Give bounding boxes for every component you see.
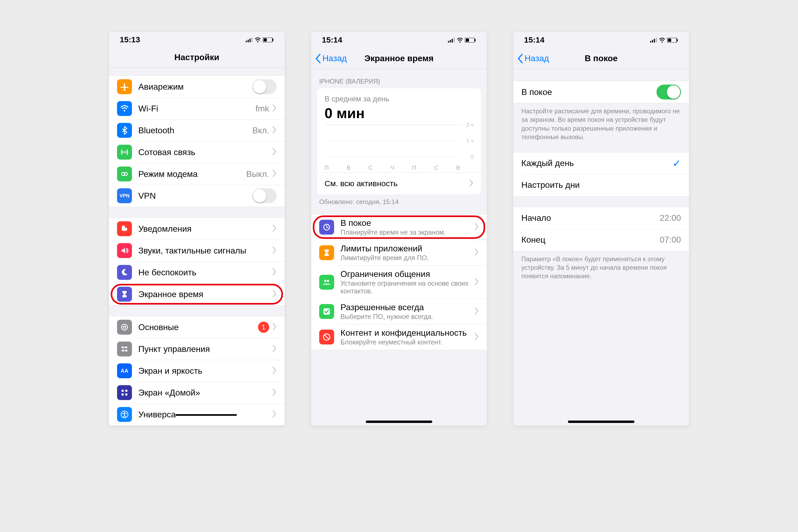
status-time: 15:13: [120, 35, 140, 44]
airplane-toggle[interactable]: [252, 79, 277, 94]
row-wifi[interactable]: Wi-Fi fmk: [109, 98, 285, 119]
row-vpn[interactable]: VPN VPN: [109, 185, 285, 207]
row-display[interactable]: AA Экран и яркость: [109, 360, 285, 382]
row-label: Экранное время: [138, 289, 272, 299]
row-label: Экран и яркость: [138, 366, 272, 376]
phone-screentime: 15:14 Назад Экранное время IPHONE (ВАЛЕР…: [311, 32, 487, 425]
avg-value: 0 мин: [324, 105, 474, 121]
page-title: Экранное время: [364, 54, 434, 63]
moon-icon: [117, 265, 132, 280]
row-content-privacy[interactable]: Контент и конфиденциальностьБлокируйте н…: [311, 324, 487, 350]
row-label: Универса: [138, 410, 272, 419]
see-all-activity[interactable]: См. всю активность: [317, 172, 481, 194]
row-label: Уведомления: [138, 224, 272, 234]
status-time: 15:14: [322, 35, 342, 44]
vpn-toggle[interactable]: [252, 188, 277, 203]
svg-point-8: [124, 110, 125, 111]
chevron-right-icon: [272, 148, 277, 156]
gear-icon: [117, 320, 132, 335]
navbar: Назад В покое: [513, 48, 689, 69]
status-bar: 15:13: [109, 32, 285, 47]
usage-card: В среднем за день 0 мин 2 ч 1 ч 0 ПВСЧПС…: [317, 88, 481, 194]
phone-downtime: 15:14 Назад В покое В покое Настройте ра…: [513, 32, 689, 425]
svg-point-18: [125, 349, 128, 352]
chevron-right-icon: [272, 367, 277, 375]
chevron-right-icon: [272, 290, 277, 298]
svg-point-28: [324, 280, 326, 282]
signal-icon: [246, 35, 253, 44]
row-label: Bluetooth: [138, 126, 252, 135]
svg-point-16: [121, 346, 124, 348]
control-center-icon: [117, 342, 132, 357]
svg-rect-21: [121, 390, 124, 392]
downtime-icon: [319, 220, 334, 234]
hotspot-icon: [117, 167, 132, 182]
row-bluetooth[interactable]: Bluetooth Вкл.: [109, 119, 285, 141]
wifi-icon: [457, 35, 463, 44]
chevron-right-icon: [272, 388, 277, 397]
back-button[interactable]: Назад: [315, 54, 347, 63]
svg-point-9: [124, 151, 125, 153]
chevron-right-icon: [272, 225, 277, 233]
row-airplane[interactable]: Авиарежим: [109, 76, 285, 98]
row-control-center[interactable]: Пункт управления: [109, 338, 285, 360]
chevron-right-icon: [272, 268, 277, 277]
row-downtime-switch[interactable]: В покое: [513, 81, 689, 103]
navbar: Настройки: [109, 47, 285, 68]
row-label: Основные: [138, 322, 258, 332]
row-home[interactable]: Экран «Домой»: [109, 382, 285, 403]
svg-point-14: [121, 324, 128, 330]
battery-icon: [667, 35, 678, 44]
chevron-right-icon: [475, 307, 479, 316]
chevron-right-icon: [272, 345, 277, 353]
row-always-allowed[interactable]: Разрешенные всегдаВыберите ПО, нужное вс…: [311, 299, 487, 324]
downtime-toggle[interactable]: [657, 84, 681, 99]
svg-point-15: [124, 326, 126, 328]
row-general[interactable]: Основные 1: [109, 316, 285, 338]
svg-point-13: [125, 225, 128, 228]
home-indicator[interactable]: [366, 421, 432, 423]
checkmark-icon: [319, 304, 334, 319]
updated-text: Обновлено: сегодня, 15:14: [311, 194, 487, 206]
row-label: Не беспокоить: [138, 268, 272, 278]
row-hotspot[interactable]: Режим модема Выкл.: [109, 163, 285, 185]
usage-chart: 2 ч 1 ч 0 ПВСЧПСВ: [324, 125, 474, 172]
wifi-icon: [659, 35, 665, 44]
no-entry-icon: [319, 329, 334, 344]
row-customize-days[interactable]: Настроить дни: [513, 174, 689, 196]
row-app-limits[interactable]: Лимиты приложенийЛимитируйте время для П…: [311, 240, 487, 265]
row-label: Сотовая связь: [138, 147, 272, 157]
row-notifications[interactable]: Уведомления: [109, 218, 285, 240]
chevron-right-icon: [272, 104, 277, 113]
device-header: IPHONE (ВАЛЕРИЯ): [311, 78, 487, 88]
row-downtime[interactable]: В покоеПланируйте время не за экраном.: [311, 214, 487, 240]
row-screentime[interactable]: Экранное время: [109, 283, 285, 305]
status-icons: [448, 35, 476, 44]
row-end-time[interactable]: Конец 07:00: [513, 229, 689, 251]
row-value: fmk: [255, 104, 269, 114]
accessibility-icon: [117, 407, 132, 422]
row-every-day[interactable]: Каждый день ✓: [513, 152, 689, 174]
row-cellular[interactable]: Сотовая связь: [109, 141, 285, 163]
battery-icon: [465, 35, 476, 44]
downtime-description: Настройте расписание для времени, провод…: [513, 103, 689, 141]
back-button[interactable]: Назад: [517, 54, 549, 63]
wifi-settings-icon: [117, 101, 132, 116]
row-dnd[interactable]: Не беспокоить: [109, 262, 285, 283]
row-label: VPN: [138, 191, 252, 201]
row-accessibility[interactable]: Универса: [109, 403, 285, 425]
chevron-right-icon: [475, 249, 479, 257]
home-indicator[interactable]: [568, 421, 634, 423]
display-icon: AA: [117, 363, 132, 378]
chevron-right-icon: [272, 323, 277, 331]
row-communication[interactable]: Ограничения общенияУстановите ограничени…: [311, 265, 487, 299]
chevron-right-icon: [272, 411, 277, 418]
row-sounds[interactable]: Звуки, тактильные сигналы: [109, 240, 285, 262]
row-start-time[interactable]: Начало 22:00: [513, 207, 689, 229]
home-screen-icon: [117, 385, 132, 400]
hourglass-icon: [319, 245, 334, 260]
row-value: Вкл.: [252, 126, 269, 135]
svg-rect-19: [121, 350, 125, 352]
chevron-right-icon: [272, 247, 277, 254]
page-title: В покое: [585, 54, 618, 63]
